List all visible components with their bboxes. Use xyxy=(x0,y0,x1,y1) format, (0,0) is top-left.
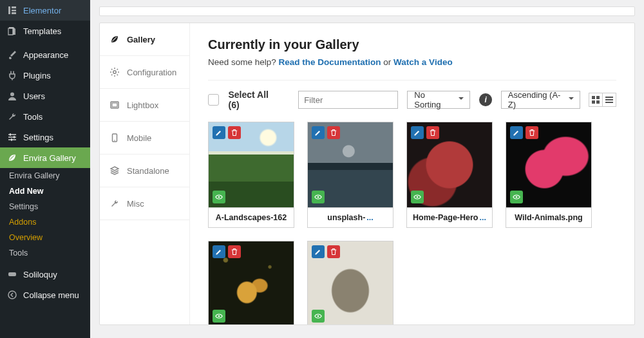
list-view-button[interactable] xyxy=(602,93,616,107)
sidebar-item-elementor[interactable]: Elementor xyxy=(0,0,90,21)
gallery-tabs: Gallery Configuration Lightbox Mobile St… xyxy=(100,23,190,324)
gallery-card[interactable]: unsplash-... xyxy=(307,122,393,228)
sidebar-item-collapse[interactable]: Collapse menu xyxy=(0,285,90,305)
gallery-thumb xyxy=(307,241,393,324)
sidebar-item-plugins[interactable]: Plugins xyxy=(0,65,90,86)
templates-icon xyxy=(6,25,18,37)
gallery-tab-configuration[interactable]: Configuration xyxy=(100,56,189,89)
preview-button[interactable] xyxy=(411,191,424,203)
gallery-toolbar: Select All (6) No Sorting i Ascending (A… xyxy=(208,89,616,110)
elementor-icon xyxy=(6,5,18,16)
divider xyxy=(208,80,616,80)
leaf-icon xyxy=(6,152,18,164)
user-icon xyxy=(6,90,18,102)
sidebar-item-tools[interactable]: Tools xyxy=(0,106,90,127)
content-heading: Currently in your Gallery xyxy=(208,37,616,52)
delete-button[interactable] xyxy=(228,245,241,258)
gallery-thumb xyxy=(307,122,393,208)
gallery-tab-gallery: Gallery xyxy=(100,23,189,56)
gallery-grid: A-Landscapes-162unsplash-...Home-Page-He… xyxy=(208,122,616,324)
preview-button[interactable] xyxy=(312,310,325,323)
sidebar-item-templates[interactable]: Templates xyxy=(0,21,90,41)
sidebar-sub-settings[interactable]: Settings xyxy=(0,199,90,214)
preview-button[interactable] xyxy=(312,191,325,203)
docs-link[interactable]: Read the Documentation xyxy=(279,57,381,67)
edit-button[interactable] xyxy=(213,245,225,258)
main-area: Gallery Configuration Lightbox Mobile St… xyxy=(90,0,644,338)
preview-button[interactable] xyxy=(213,191,225,203)
sidebar-sub-add-new[interactable]: Add New xyxy=(0,183,90,199)
grid-view-button[interactable] xyxy=(589,93,603,107)
gallery-thumb xyxy=(506,122,592,208)
collapse-icon xyxy=(6,289,18,301)
soliloquy-icon xyxy=(6,268,18,280)
delete-button[interactable] xyxy=(327,245,340,258)
delete-button[interactable] xyxy=(526,126,538,139)
delete-button[interactable] xyxy=(327,126,340,139)
edit-button[interactable] xyxy=(213,126,225,139)
edit-button[interactable] xyxy=(312,126,325,139)
brush-icon xyxy=(6,49,18,61)
sidebar-item-envira-gallery[interactable]: Envira Gallery xyxy=(0,147,90,168)
gallery-card[interactable]: A-Landscapes-162 xyxy=(208,122,294,228)
wrench-icon xyxy=(6,111,18,122)
lightbox-icon xyxy=(109,99,120,111)
gallery-card[interactable]: Wild-Animals.png xyxy=(506,122,592,228)
view-toggle xyxy=(589,93,616,107)
gallery-tab-standalone[interactable]: Standalone xyxy=(100,155,189,187)
gallery-tab-mobile[interactable]: Mobile xyxy=(100,122,189,155)
sidebar-sub-overview[interactable]: Overview xyxy=(0,230,90,245)
preview-button[interactable] xyxy=(510,191,523,203)
gallery-thumb xyxy=(208,122,294,208)
order-dropdown[interactable]: Ascending (A-Z) xyxy=(501,91,580,109)
edit-button[interactable] xyxy=(312,245,325,258)
edit-button[interactable] xyxy=(411,126,424,139)
gallery-card[interactable]: Home-Page-Hero... xyxy=(406,122,493,228)
gallery-caption: unsplash-... xyxy=(307,208,393,228)
sidebar-sub-envira-gallery[interactable]: Envira Gallery xyxy=(0,168,90,183)
sort-dropdown[interactable]: No Sorting xyxy=(407,91,470,109)
edit-button[interactable] xyxy=(510,126,523,139)
video-link[interactable]: Watch a Video xyxy=(393,57,453,67)
standalone-icon xyxy=(109,165,120,176)
gallery-content: Currently in your Gallery Need some help… xyxy=(190,23,634,324)
gallery-caption: Wild-Animals.png xyxy=(506,208,592,228)
info-icon[interactable]: i xyxy=(479,93,491,106)
leaf-icon xyxy=(109,33,120,45)
gallery-tab-lightbox[interactable]: Lightbox xyxy=(100,89,189,122)
gallery-card[interactable]: Pets-BG.png xyxy=(307,241,393,324)
sliders-icon xyxy=(6,131,18,143)
mobile-icon xyxy=(109,132,120,144)
gallery-caption: A-Landscapes-162 xyxy=(208,208,294,228)
sidebar-item-soliloquy[interactable]: Soliloquy xyxy=(0,264,90,285)
metabox-sliver xyxy=(99,6,635,16)
gallery-card[interactable]: Nature.png xyxy=(208,241,294,324)
sidebar-item-users[interactable]: Users xyxy=(0,86,90,106)
gear-icon xyxy=(109,66,120,78)
delete-button[interactable] xyxy=(426,126,439,139)
sidebar-item-appearance[interactable]: Appearance xyxy=(0,44,90,65)
sidebar-sub-tools[interactable]: Tools xyxy=(0,245,90,261)
select-all-checkbox[interactable] xyxy=(208,94,219,106)
plug-icon xyxy=(6,70,18,81)
filter-input[interactable] xyxy=(298,91,398,109)
wp-admin-sidebar: Elementor Templates Appearance Plugins U… xyxy=(0,0,90,338)
delete-button[interactable] xyxy=(228,126,241,139)
help-line: Need some help? Read the Documentation o… xyxy=(208,57,616,67)
misc-icon xyxy=(109,198,120,209)
gallery-thumb xyxy=(406,122,493,208)
sidebar-item-settings[interactable]: Settings xyxy=(0,127,90,147)
gallery-caption: Home-Page-Hero... xyxy=(406,208,493,228)
select-all-label: Select All (6) xyxy=(228,89,280,110)
gallery-tab-misc[interactable]: Misc xyxy=(100,187,189,220)
preview-button[interactable] xyxy=(213,310,225,323)
sidebar-sub-addons[interactable]: Addons xyxy=(0,214,90,230)
gallery-panel: Gallery Configuration Lightbox Mobile St… xyxy=(99,23,635,325)
gallery-thumb xyxy=(208,241,294,324)
